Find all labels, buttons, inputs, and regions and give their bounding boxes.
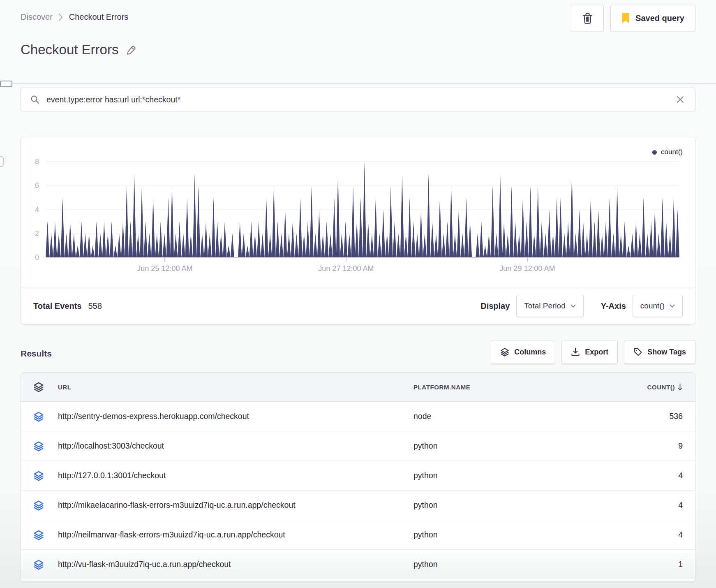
show-tags-button-label: Show Tags: [647, 348, 686, 357]
url-cell[interactable]: http://neilmanvar-flask-errors-m3uuizd7i…: [58, 530, 413, 539]
columns-button-label: Columns: [514, 348, 546, 357]
display-label: Display: [480, 301, 510, 311]
clear-search-button[interactable]: [674, 94, 686, 105]
url-cell[interactable]: http://127.0.0.1:3001/checkout: [58, 471, 413, 480]
table-row[interactable]: http://neilmanvar-flask-errors-m3uuizd7i…: [21, 520, 695, 549]
export-button[interactable]: Export: [561, 340, 618, 364]
header-divider: [0, 83, 716, 84]
table-row[interactable]: http://127.0.0.1:3001/checkoutpython4: [21, 461, 695, 490]
breadcrumb: Discover Checkout Errors: [21, 12, 128, 22]
results-table: URL PLATFORM.NAME COUNT() http://sentry-…: [21, 372, 695, 582]
stack-icon[interactable]: [33, 470, 58, 481]
search-icon: [30, 95, 40, 104]
url-cell[interactable]: http://localhost:3003/checkout: [58, 441, 413, 451]
page-title: Checkout Errors: [21, 42, 118, 58]
platform-cell: node: [413, 412, 617, 421]
table-row[interactable]: http://mikaelacarino-flask-errors-m3uuiz…: [21, 490, 695, 520]
saved-query-button[interactable]: Saved query: [610, 5, 695, 31]
platform-cell: python: [413, 441, 617, 451]
events-chart[interactable]: 02468Jun 25 12:00 AMJun 27 12:00 AMJun 2…: [21, 137, 696, 277]
url-cell[interactable]: http://vu-flask-m3uuizd7iq-uc.a.run.app/…: [58, 560, 413, 569]
export-button-label: Export: [585, 348, 608, 357]
panel-resize-handle: [0, 81, 12, 87]
stack-icon[interactable]: [33, 559, 58, 570]
edit-query-name-button[interactable]: [126, 44, 137, 56]
display-dropdown[interactable]: Total Period: [516, 295, 583, 317]
svg-text:2: 2: [35, 229, 39, 238]
platform-column-header[interactable]: PLATFORM.NAME: [413, 384, 617, 391]
count-cell: 1: [617, 560, 683, 569]
svg-text:Jun 27 12:00 AM: Jun 27 12:00 AM: [318, 264, 374, 273]
y-axis-dropdown[interactable]: count(): [633, 295, 683, 317]
y-axis-label: Y-Axis: [601, 301, 626, 311]
y-axis-value: count(): [640, 301, 665, 310]
delete-query-button[interactable]: [571, 5, 604, 31]
count-cell: 4: [617, 530, 683, 539]
results-table-body: http://sentry-demos-express.herokuapp.co…: [21, 402, 695, 579]
table-row[interactable]: http://sentry-demos-express.herokuapp.co…: [21, 402, 695, 431]
layers-icon: [500, 347, 509, 357]
count-column-label: COUNT(): [647, 384, 675, 391]
search-input[interactable]: [46, 95, 669, 105]
url-cell[interactable]: http://sentry-demos-express.herokuapp.co…: [58, 412, 413, 421]
chart-footer: Total Events 558 Display Total Period Y-…: [21, 287, 695, 324]
breadcrumb-discover-link[interactable]: Discover: [21, 12, 53, 22]
table-row[interactable]: http://vu-flask-m3uuizd7iq-uc.a.run.app/…: [21, 549, 695, 579]
download-icon: [571, 347, 580, 357]
results-heading: Results: [21, 349, 52, 359]
svg-text:0: 0: [35, 253, 39, 262]
stack-icon[interactable]: [33, 500, 58, 511]
stack-icon[interactable]: [33, 441, 58, 451]
count-cell: 536: [617, 412, 683, 421]
chevron-down-icon: [570, 304, 576, 308]
platform-cell: python: [413, 471, 617, 480]
stack-icon[interactable]: [33, 530, 58, 540]
platform-cell: python: [413, 530, 617, 539]
discover-page: Discover Checkout Errors Saved query Che…: [0, 0, 716, 588]
breadcrumb-current: Checkout Errors: [69, 12, 129, 22]
display-value: Total Period: [524, 301, 565, 310]
trash-icon: [582, 12, 593, 24]
platform-cell: python: [413, 500, 617, 510]
total-events-value: 558: [88, 301, 102, 311]
pencil-icon: [126, 44, 137, 56]
stack-icon: [33, 382, 58, 392]
show-tags-button[interactable]: Show Tags: [624, 340, 695, 364]
svg-text:6: 6: [35, 181, 39, 190]
total-events-label: Total Events: [33, 301, 81, 311]
svg-text:Jun 29 12:00 AM: Jun 29 12:00 AM: [499, 264, 555, 273]
count-cell: 4: [617, 471, 683, 480]
bookmark-icon: [621, 13, 630, 24]
sidebar-collapse-handle: [0, 156, 4, 167]
svg-text:8: 8: [35, 157, 39, 166]
saved-query-label: Saved query: [635, 14, 684, 23]
stack-icon[interactable]: [33, 411, 58, 422]
chevron-down-icon: [670, 304, 675, 308]
results-buttons: Columns Export Show Tags: [491, 340, 695, 364]
count-cell: 4: [617, 500, 683, 510]
count-column-header[interactable]: COUNT(): [617, 383, 683, 391]
search-bar: [21, 88, 695, 111]
tag-icon: [633, 347, 642, 357]
svg-text:Jun 25 12:00 AM: Jun 25 12:00 AM: [137, 264, 192, 273]
events-chart-panel: count() 02468Jun 25 12:00 AMJun 27 12:00…: [21, 137, 695, 325]
svg-text:4: 4: [35, 206, 39, 214]
url-cell[interactable]: http://mikaelacarino-flask-errors-m3uuiz…: [58, 500, 413, 510]
table-header-row: URL PLATFORM.NAME COUNT(): [21, 373, 695, 402]
count-cell: 9: [617, 441, 683, 451]
platform-cell: python: [413, 560, 617, 569]
sort-descending-icon: [677, 383, 683, 391]
chevron-right-icon: [58, 13, 63, 21]
table-row[interactable]: http://localhost:3003/checkoutpython9: [21, 431, 695, 461]
close-icon: [676, 95, 684, 104]
top-actions: Saved query: [571, 5, 695, 31]
columns-button[interactable]: Columns: [491, 340, 555, 364]
url-column-header[interactable]: URL: [58, 384, 413, 391]
